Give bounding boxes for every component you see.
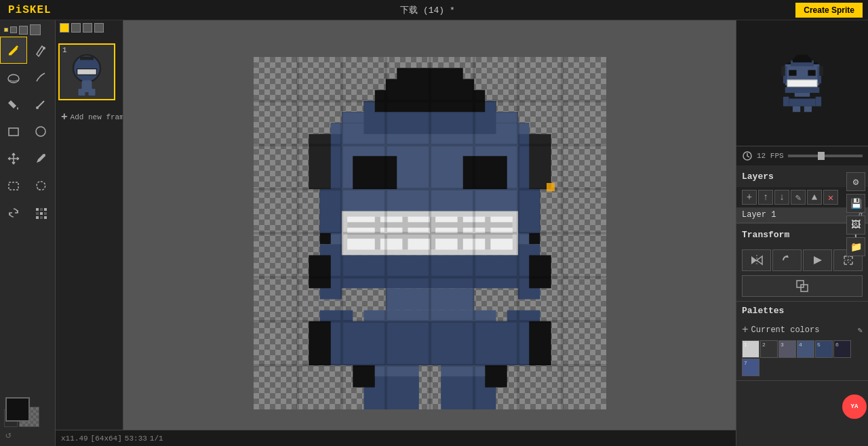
svg-rect-65: [309, 321, 331, 365]
move-tool[interactable]: [0, 145, 27, 172]
svg-rect-106: [816, 96, 821, 106]
svg-rect-12: [44, 212, 47, 215]
swatch-num-1: 1: [744, 342, 747, 348]
svg-rect-103: [795, 93, 810, 97]
rect-select-tool[interactable]: [0, 172, 27, 199]
flip-content-button[interactable]: [803, 249, 832, 271]
swatch-5[interactable]: 5: [815, 340, 833, 358]
svg-rect-104: [789, 98, 815, 106]
fps-icon: [742, 150, 753, 161]
sprite-preview-area: [736, 20, 868, 146]
frame-view-controls: [56, 20, 123, 35]
flip-horizontal-button[interactable]: [742, 249, 771, 271]
fps-slider-thumb[interactable]: [818, 152, 825, 160]
swatch-1[interactable]: 1: [742, 340, 760, 358]
svg-rect-98: [781, 66, 785, 75]
svg-rect-19: [77, 69, 96, 75]
dither-tool[interactable]: [27, 199, 54, 226]
frame-size-large[interactable]: [83, 23, 92, 33]
save-local-icon[interactable]: 💾: [846, 194, 865, 213]
pixel-canvas[interactable]: [254, 57, 606, 409]
swatch-6[interactable]: 6: [833, 340, 851, 358]
svg-rect-10: [36, 212, 39, 215]
svg-rect-108: [804, 106, 812, 111]
svg-rect-43: [529, 134, 551, 189]
frame-size-xlarge[interactable]: [94, 23, 104, 33]
transform-buttons-row2: [736, 275, 868, 301]
eraser-tool[interactable]: [0, 64, 27, 91]
rect-tool[interactable]: [0, 118, 27, 145]
svg-rect-14: [40, 216, 43, 219]
status-bar: x11.49 [64x64] 53:33 1/1: [56, 430, 736, 446]
add-frame-button[interactable]: + Add new frame: [56, 108, 123, 126]
svg-rect-101: [788, 80, 816, 85]
svg-rect-3: [9, 128, 18, 136]
create-sprite-button[interactable]: Create Sprite: [795, 3, 863, 18]
size-3[interactable]: [19, 26, 28, 35]
fps-bar: 12 FPS: [736, 146, 868, 165]
add-icon: +: [61, 111, 68, 123]
canvas-area[interactable]: [123, 20, 736, 446]
rename-layer-button[interactable]: ✎: [791, 190, 806, 205]
stroke-tool[interactable]: [27, 64, 54, 91]
layers-title: Layers: [742, 171, 774, 182]
eyedropper-tool[interactable]: [27, 145, 54, 172]
lasso-tool[interactable]: [27, 172, 54, 199]
settings-icon[interactable]: ⚙: [846, 172, 865, 191]
svg-rect-114: [801, 285, 808, 291]
tool-row-7: [0, 199, 55, 226]
size-4[interactable]: [30, 24, 41, 35]
svg-point-0: [43, 47, 45, 49]
tool-row-6: [0, 172, 55, 199]
svg-rect-72: [485, 365, 507, 388]
palettes-section: Palettes + Current colors ✎ 1 2 3 4 5 6 …: [736, 302, 868, 381]
move-layer-up-button[interactable]: ↑: [758, 190, 773, 205]
merge-layer-button[interactable]: ▲: [807, 190, 822, 205]
swatch-4[interactable]: 4: [797, 340, 814, 358]
delete-layer-button[interactable]: ✕: [823, 190, 838, 205]
frame-size-small[interactable]: [60, 23, 69, 33]
fps-slider[interactable]: [788, 155, 863, 157]
edit-palette-icon[interactable]: ✎: [858, 325, 863, 336]
svg-rect-11: [40, 212, 43, 215]
palette-controls: + Current colors ✎: [742, 324, 863, 336]
size-2[interactable]: [10, 26, 17, 33]
open-folder-icon[interactable]: 📁: [846, 237, 865, 256]
size-1[interactable]: [4, 28, 8, 32]
add-layer-button[interactable]: +: [742, 190, 757, 205]
svg-rect-102: [785, 87, 820, 92]
scale-button[interactable]: [742, 275, 863, 297]
tool-row-3: [0, 91, 55, 118]
sprite-preview-svg: [772, 53, 833, 114]
svg-rect-57: [529, 256, 551, 289]
right-panel: 12 FPS Layers 👁 + ↑ ↓ ✎ ▲ ✕ Layer 1 α Tr…: [736, 20, 868, 446]
rotate-tool[interactable]: [0, 199, 27, 226]
paint-bucket-tool[interactable]: [0, 91, 27, 118]
svg-rect-24: [89, 89, 96, 96]
pen-tool[interactable]: [27, 37, 54, 64]
transform-title: Transform: [742, 230, 789, 240]
header: PiSKEL 下载 (14) * Create Sprite: [0, 0, 868, 20]
move-layer-down-button[interactable]: ↓: [774, 190, 789, 205]
svg-rect-9: [44, 208, 47, 211]
swatch-7[interactable]: 7: [742, 359, 760, 376]
circle-tool[interactable]: [27, 118, 54, 145]
palettes-title: Palettes: [742, 306, 784, 316]
left-toolbar: ↺ ⌨: [0, 20, 56, 446]
export-image-icon[interactable]: 🖼: [846, 216, 865, 235]
primary-color-swatch[interactable]: [5, 397, 30, 422]
swatch-3[interactable]: 3: [778, 340, 796, 358]
swap-colors-icon[interactable]: ↺: [5, 429, 11, 441]
tool-row-5: [0, 145, 55, 172]
frame-1[interactable]: 1: [58, 43, 115, 100]
pencil-tool[interactable]: [0, 37, 27, 64]
rotate-ccw-button[interactable]: [772, 249, 802, 271]
swatch-num-3: 3: [781, 342, 784, 348]
add-palette-icon[interactable]: +: [742, 324, 749, 336]
svg-point-4: [36, 127, 45, 136]
cursor-coords: x11.49: [61, 434, 88, 443]
frame-size-medium[interactable]: [71, 23, 81, 33]
swatch-num-7: 7: [744, 360, 747, 366]
edit-tool[interactable]: [27, 91, 54, 118]
swatch-2[interactable]: 2: [760, 340, 778, 358]
